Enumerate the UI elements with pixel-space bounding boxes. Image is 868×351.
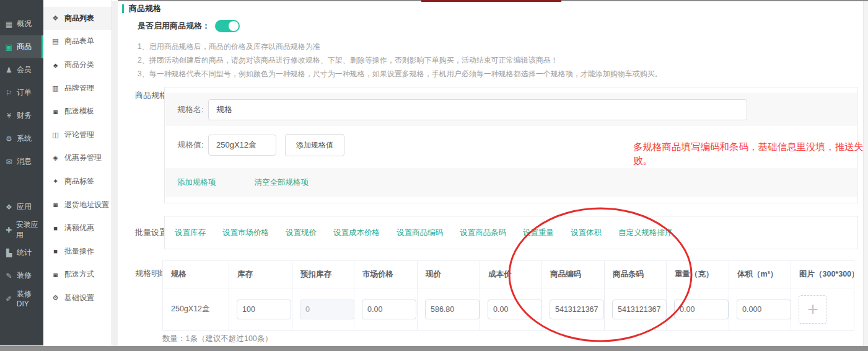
submenu-item-batch-operations[interactable]: ■ 批量操作 (43, 240, 112, 264)
batch-section-label: 批量设置 (135, 227, 167, 238)
col-product-barcode: 商品条码 (605, 261, 667, 288)
sidebar-item-app[interactable]: ❖ 应用 (0, 195, 43, 218)
custom-spec-sort-link[interactable]: 自定义规格排序 (618, 228, 673, 238)
sidebar-item-label: 商品 (17, 42, 32, 52)
brush-icon: ✐ (4, 295, 14, 303)
product-code-input[interactable] (550, 300, 604, 319)
enable-spec-toggle[interactable] (215, 20, 240, 32)
submenu-item-product-list[interactable]: ❖ 商品列表 (43, 7, 112, 30)
stock-input[interactable] (237, 300, 291, 319)
submenu-item-label: 批量操作 (64, 246, 94, 257)
red-scribble-top (421, 0, 561, 2)
truck-icon: ◙ (51, 271, 59, 278)
list-icon: ❖ (51, 14, 59, 22)
enable-spec-label: 是否启用商品规格： (138, 20, 210, 32)
col-stock: 库存 (229, 261, 292, 288)
overview-icon: ▦ (4, 20, 14, 29)
horizontal-scrollbar[interactable] (0, 346, 868, 351)
sidebar-item-product[interactable]: ▣ 商品 (0, 35, 43, 58)
volume-input[interactable] (737, 300, 791, 319)
submenu-item-comment-management[interactable]: ◫ 评论管理 (43, 123, 112, 147)
sidebar-item-label: 统计 (17, 247, 32, 258)
sidebar-item-label: 系统 (17, 133, 32, 144)
product-barcode-input[interactable] (612, 300, 667, 319)
vertical-scrollbar[interactable] (863, 1, 868, 346)
row-count-text: 数量：1条（建议不超过100条） (162, 334, 273, 344)
sidebar-item-label: 安装应用 (16, 220, 43, 241)
submenu-item-label: 基础设置 (64, 293, 94, 303)
submenu-item-brand-management[interactable]: ▥ 品牌管理 (43, 76, 112, 100)
gear-icon: ⚙ (4, 135, 14, 143)
submenu-item-label: 配送模板 (64, 106, 94, 117)
add-spec-value-button[interactable]: 添加规格值 (285, 134, 344, 156)
set-weight-link[interactable]: 设置重量 (523, 228, 554, 238)
sidebar-item-decoration[interactable]: ✎ 装修 (0, 264, 43, 287)
sidebar-item-message[interactable]: ✉ 消息 (0, 150, 43, 173)
product-icon: ▣ (4, 43, 14, 51)
set-stock-link[interactable]: 设置库存 (175, 228, 206, 238)
batch-box: 设置库存 设置市场价格 设置现价 设置成本价格 设置商品编码 设置商品条码 设置… (164, 216, 858, 249)
spec-name-row: 规格名: (165, 93, 857, 126)
spec-section-label: 商品规格 (135, 90, 167, 101)
submenu-item-return-address[interactable]: ◙ 退货地址设置 (43, 193, 112, 216)
submenu-item-label: 商品表单 (64, 36, 94, 47)
add-spec-item-link[interactable]: 添加规格项 (177, 177, 216, 188)
submenu-item-coupon-management[interactable]: ◈ 优惠券管理 (43, 146, 112, 170)
spec-name-input[interactable] (208, 99, 747, 120)
sidebar-item-label: 会员 (17, 64, 32, 75)
brush-icon: ✎ (4, 272, 14, 280)
submenu-item-label: 品牌管理 (64, 83, 94, 94)
submenu-item-product-tags[interactable]: ✦ 商品标签 (43, 170, 112, 193)
submenu-item-basic-settings[interactable]: ⚙ 基础设置 (43, 287, 112, 310)
clear-all-spec-link[interactable]: 清空全部规格项 (255, 177, 309, 188)
sidebar-item-system[interactable]: ⚙ 系统 (0, 127, 43, 150)
image-upload-button[interactable]: + (799, 295, 827, 324)
col-market-price: 市场价格 (354, 261, 418, 288)
install-icon: ✚ (4, 226, 13, 234)
app-icon: ❖ (4, 203, 14, 211)
set-current-price-link[interactable]: 设置现价 (286, 228, 317, 238)
weight-input[interactable] (674, 300, 729, 319)
chart-icon: ▙ (4, 249, 14, 257)
submenu-item-shipping-template[interactable]: ◙ 配送模板 (43, 100, 112, 123)
set-market-price-link[interactable]: 设置市场价格 (222, 228, 269, 238)
submenu-item-product-category[interactable]: ♣ 商品分类 (43, 53, 112, 77)
main-content: 商品规格 是否启用商品规格： 1、启用商品规格后，商品的价格及库存以商品规格为准… (118, 1, 863, 346)
current-price-input[interactable] (425, 300, 480, 319)
main-sidebar: ▦ 概况 ▣ 商品 ♟ 会员 ⚐ 订单 ¥ 财务 ⚙ 系统 ✉ 消息 ❖ 应用 (0, 0, 43, 345)
submenu-item-publish-product[interactable]: ✚ 发布商品 (43, 0, 112, 7)
reserved-stock-input (300, 300, 354, 319)
sidebar-item-overview[interactable]: ▦ 概况 (0, 12, 43, 35)
submenu-item-full-discount[interactable]: ■ 满额优惠 (43, 216, 112, 240)
truck-icon: ◙ (51, 108, 59, 115)
sidebar-item-decoration-diy[interactable]: ✐ 装修DIY (0, 287, 43, 310)
set-cost-price-link[interactable]: 设置成本价格 (333, 228, 380, 238)
sidebar-item-statistics[interactable]: ▙ 统计 (0, 241, 43, 264)
submenu-item-label: 商品标签 (64, 176, 94, 187)
annotation-text: 多规格商品填写编码和条码，基础信息里没填，推送失败。 (633, 140, 868, 167)
set-product-code-link[interactable]: 设置商品编码 (397, 228, 443, 238)
submenu-item-label: 满额优惠 (64, 223, 94, 233)
submenu-item-label: 商品列表 (64, 13, 94, 24)
sidebar-item-label: 装修DIY (17, 289, 43, 308)
note-line: 3、每一种规格代表不同型号，例如颜色为一种规格，尺寸为一种规格，如果设置多规格，… (138, 67, 662, 81)
submenu-item-delivery-method[interactable]: ◙ 配送方式 (43, 263, 112, 287)
set-volume-link[interactable]: 设置体积 (571, 228, 602, 238)
sidebar-item-install-app[interactable]: ✚ 安装应用 (0, 218, 43, 241)
spec-value-input[interactable] (208, 135, 276, 156)
cost-price-input[interactable] (488, 300, 542, 319)
submenu-item-label: 评论管理 (64, 130, 94, 140)
table-header-row: 规格 库存 预扣库存 市场价格 现价 成本价 商品编码 商品条码 重量（克） 体… (163, 261, 854, 288)
set-product-barcode-link[interactable]: 设置商品条码 (460, 228, 506, 238)
title-accent-bar (122, 4, 124, 13)
sidebar-item-label: 概况 (17, 19, 32, 29)
market-price-input[interactable] (362, 300, 416, 319)
submenu-item-product-form[interactable]: ▤ 商品表单 (43, 30, 112, 53)
sidebar-item-finance[interactable]: ¥ 财务 (0, 104, 43, 127)
gear-icon: ⚙ (51, 294, 59, 302)
submenu-item-label: 配送方式 (64, 269, 94, 280)
spec-links-row: 添加规格项 清空全部规格项 (165, 168, 857, 197)
sidebar-item-label: 消息 (17, 156, 32, 167)
sidebar-item-order[interactable]: ⚐ 订单 (0, 81, 43, 104)
sidebar-item-member[interactable]: ♟ 会员 (0, 58, 43, 81)
